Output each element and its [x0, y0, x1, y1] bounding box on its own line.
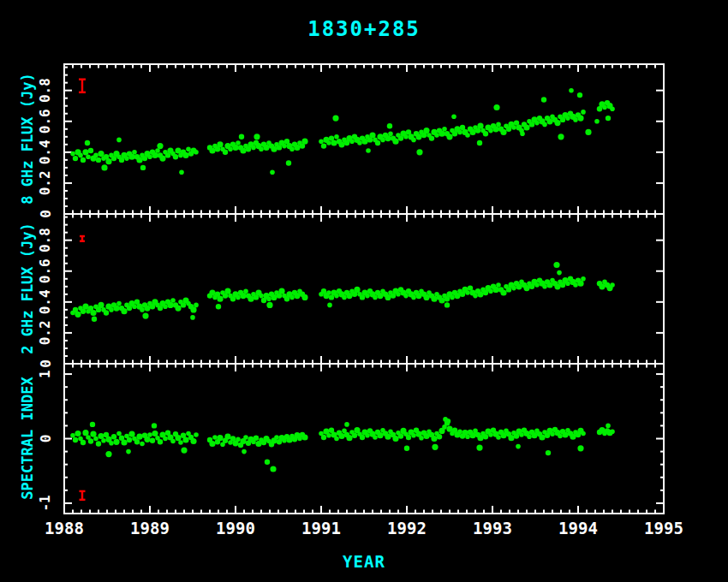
data-point — [411, 433, 416, 438]
data-point — [170, 439, 176, 444]
data-point — [331, 140, 337, 146]
data-point — [109, 307, 114, 312]
data-point — [113, 439, 119, 445]
data-point — [439, 131, 445, 137]
y-tick-label: -1 — [38, 495, 54, 511]
data-point — [243, 288, 248, 294]
data-point — [446, 426, 452, 432]
data-point — [73, 437, 78, 442]
data-point — [360, 435, 365, 440]
data-point — [81, 440, 86, 445]
plot-figure: 00.20.40.60.800.20.40.60.8-1011988198919… — [0, 0, 728, 582]
data-point — [445, 302, 450, 307]
data-point — [150, 438, 155, 443]
data-point — [321, 435, 326, 440]
data-point — [144, 436, 150, 442]
data-point — [610, 282, 615, 288]
data-point — [271, 146, 277, 152]
data-point — [465, 290, 470, 295]
data-point — [134, 439, 140, 444]
data-point — [70, 151, 75, 157]
data-point — [577, 92, 582, 98]
data-point — [416, 149, 422, 155]
y-tick-label: 0.2 — [38, 170, 54, 195]
data-point — [366, 148, 371, 153]
data-point — [327, 303, 332, 308]
data-point — [228, 146, 233, 151]
data-point — [217, 435, 223, 441]
y-tick-label: 1 — [38, 370, 54, 378]
data-point — [158, 439, 163, 444]
data-point — [492, 287, 498, 293]
data-point — [209, 441, 215, 447]
data-point — [321, 143, 326, 148]
data-point — [167, 302, 173, 308]
data-point — [93, 153, 98, 158]
data-point — [86, 154, 91, 159]
data-point — [326, 433, 331, 438]
data-points-spectral-index — [70, 417, 615, 472]
data-point — [516, 444, 521, 449]
data-point — [432, 444, 438, 450]
data-point — [271, 294, 277, 300]
data-point — [240, 147, 246, 153]
data-point — [404, 446, 409, 451]
data-point — [469, 432, 475, 438]
data-point — [500, 129, 506, 135]
data-point — [520, 131, 525, 136]
data-point — [254, 134, 260, 140]
data-point — [75, 312, 81, 318]
data-point — [387, 123, 392, 128]
data-point — [96, 441, 101, 446]
data-point — [541, 97, 546, 102]
data-point — [542, 122, 547, 128]
data-point — [338, 433, 344, 439]
data-point — [365, 294, 370, 299]
data-point — [562, 431, 568, 437]
panel-spectral-index: -101 — [38, 364, 665, 514]
data-point — [534, 282, 540, 288]
data-point — [349, 139, 355, 144]
data-point — [373, 435, 378, 440]
data-point — [301, 434, 307, 440]
data-point — [175, 435, 181, 441]
data-point — [380, 138, 385, 143]
data-point — [136, 157, 142, 163]
data-point — [423, 128, 429, 134]
data-point — [140, 307, 145, 312]
data-point — [147, 154, 152, 159]
data-point — [111, 434, 116, 439]
data-point — [209, 289, 215, 295]
data-point — [93, 436, 98, 442]
data-point — [342, 295, 347, 300]
data-point — [289, 146, 295, 151]
data-point — [523, 285, 529, 291]
data-point — [81, 157, 86, 163]
data-point — [116, 138, 122, 143]
data-point — [392, 139, 398, 145]
data-point — [377, 293, 383, 299]
data-point — [508, 435, 514, 441]
data-point — [217, 296, 223, 302]
data-point — [385, 135, 391, 141]
data-point — [516, 283, 522, 289]
data-point — [232, 145, 238, 151]
data-point — [319, 139, 324, 144]
data-point — [152, 423, 157, 428]
data-point — [190, 306, 196, 312]
data-point — [179, 170, 184, 175]
data-point — [236, 295, 241, 300]
y-tick-label: 0.4 — [38, 289, 54, 314]
data-point — [82, 430, 88, 436]
data-point — [388, 131, 393, 136]
data-point — [282, 144, 287, 149]
data-point — [553, 262, 559, 268]
data-point — [477, 140, 482, 146]
data-point — [534, 121, 540, 126]
data-point — [423, 433, 429, 439]
data-point — [511, 286, 516, 291]
data-point — [431, 436, 437, 442]
data-point — [243, 435, 248, 440]
data-point — [473, 294, 478, 299]
data-point — [121, 439, 127, 445]
